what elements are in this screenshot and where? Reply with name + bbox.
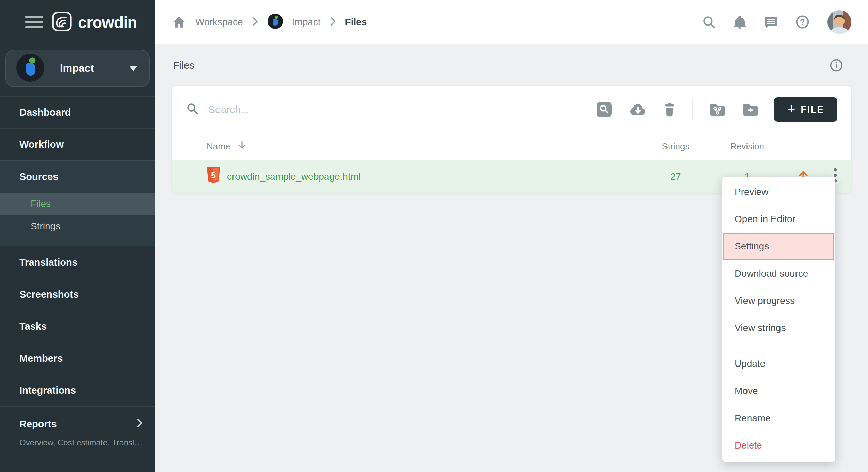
reports-subtitle: Overview, Cost estimate, Transl… bbox=[19, 438, 143, 447]
table-header: Name Strings Revision bbox=[172, 133, 851, 160]
divider bbox=[722, 346, 835, 346]
help-icon[interactable]: ? bbox=[795, 15, 810, 29]
project-selector[interactable]: Impact bbox=[5, 50, 150, 87]
menu-item-label: Delete bbox=[735, 440, 762, 451]
plus-icon: + bbox=[787, 102, 795, 116]
sidebar-item-sources[interactable]: Sources bbox=[0, 161, 155, 193]
search-box bbox=[186, 102, 596, 117]
sidebar-header: crowdin bbox=[0, 0, 155, 44]
crowdin-logo-icon bbox=[52, 11, 72, 33]
avatar[interactable] bbox=[826, 9, 852, 35]
column-header-strings: Strings bbox=[662, 141, 690, 152]
hamburger-menu-icon[interactable] bbox=[25, 16, 43, 28]
file-name-link[interactable]: crowdin_sample_webpage.html bbox=[227, 171, 360, 182]
cloud-download-icon[interactable] bbox=[628, 102, 647, 117]
sidebar-item-reports[interactable]: Reports Overview, Cost estimate, Transl… bbox=[0, 406, 155, 447]
sidebar-item-dashboard[interactable]: Dashboard bbox=[0, 96, 155, 128]
breadcrumb-project[interactable]: Impact bbox=[292, 17, 321, 28]
toolbar-icon-group bbox=[596, 99, 759, 120]
page-title: Files bbox=[173, 60, 194, 71]
project-icon bbox=[16, 54, 44, 83]
menu-item-delete[interactable]: Delete bbox=[722, 432, 835, 459]
sidebar-item-label: Members bbox=[19, 353, 63, 364]
menu-item-label: Update bbox=[735, 358, 765, 369]
menu-item-label: Settings bbox=[735, 241, 769, 252]
column-header-revision: Revision bbox=[730, 141, 764, 152]
menu-item-label: Download source bbox=[735, 268, 808, 279]
crowdin-logo[interactable]: crowdin bbox=[52, 11, 137, 33]
svg-text:5: 5 bbox=[211, 170, 216, 180]
chevron-right-icon bbox=[330, 17, 336, 28]
column-header-name[interactable]: Name bbox=[207, 140, 246, 153]
sidebar-item-label: Sources bbox=[19, 171, 58, 182]
menu-item-label: View strings bbox=[735, 323, 786, 333]
breadcrumb-workspace[interactable]: Workspace bbox=[195, 17, 243, 28]
info-icon[interactable] bbox=[829, 58, 843, 72]
menu-item-label: Preview bbox=[735, 186, 769, 197]
branch-folder-icon[interactable] bbox=[709, 102, 726, 117]
menu-item-label: View progress bbox=[735, 295, 795, 306]
strings-count: 27 bbox=[670, 171, 681, 182]
sidebar-item-label: Translations bbox=[19, 257, 78, 268]
menu-item-download-source[interactable]: Download source bbox=[722, 260, 835, 287]
sidebar-item-label: Files bbox=[31, 198, 51, 209]
sidebar-item-workflow[interactable]: Workflow bbox=[0, 128, 155, 160]
search-input[interactable] bbox=[208, 104, 413, 115]
breadcrumb-project-icon bbox=[268, 14, 283, 30]
file-context-menu: Preview Open in Editor Settings Download… bbox=[722, 177, 835, 462]
chevron-down-icon bbox=[129, 66, 138, 71]
search-icon bbox=[186, 102, 199, 117]
home-icon[interactable] bbox=[172, 15, 186, 29]
crowdin-logo-text: crowdin bbox=[78, 13, 137, 32]
divider bbox=[692, 99, 693, 120]
sources-section: Sources Files Strings bbox=[0, 160, 155, 246]
page-header: Files bbox=[155, 45, 868, 86]
sidebar-item-integrations[interactable]: Integrations bbox=[0, 374, 155, 406]
menu-item-view-strings[interactable]: View strings bbox=[722, 314, 835, 342]
sidebar-item-screenshots[interactable]: Screenshots bbox=[0, 278, 155, 310]
search-icon[interactable] bbox=[702, 15, 716, 29]
notifications-bell-icon[interactable] bbox=[733, 15, 747, 29]
sidebar: crowdin Impact Dashboard Workflow Source… bbox=[0, 0, 155, 472]
messages-chat-icon[interactable] bbox=[763, 15, 778, 29]
files-toolbar: + FILE bbox=[172, 86, 851, 133]
topbar: Workspace Impact Files bbox=[155, 0, 868, 44]
find-in-files-icon[interactable] bbox=[596, 101, 612, 118]
add-file-button-label: FILE bbox=[801, 104, 824, 115]
breadcrumb-current[interactable]: Files bbox=[345, 17, 367, 28]
sidebar-item-translations[interactable]: Translations bbox=[0, 246, 155, 278]
add-file-button[interactable]: + FILE bbox=[774, 97, 837, 122]
menu-item-view-progress[interactable]: View progress bbox=[722, 287, 835, 314]
menu-item-update[interactable]: Update bbox=[722, 350, 835, 377]
sidebar-item-files[interactable]: Files bbox=[0, 193, 155, 215]
project-name: Impact bbox=[60, 62, 94, 75]
sidebar-item-tasks[interactable]: Tasks bbox=[0, 310, 155, 342]
divider bbox=[0, 455, 155, 455]
sidebar-nav: Dashboard Workflow Sources Files Strings… bbox=[0, 96, 155, 455]
sidebar-item-label: Dashboard bbox=[19, 107, 71, 118]
menu-item-preview[interactable]: Preview bbox=[722, 178, 835, 206]
menu-item-open-in-editor[interactable]: Open in Editor bbox=[722, 206, 835, 233]
sidebar-item-members[interactable]: Members bbox=[0, 342, 155, 374]
topbar-actions: ? bbox=[702, 9, 852, 35]
svg-text:?: ? bbox=[800, 18, 805, 27]
menu-item-rename[interactable]: Rename bbox=[722, 405, 835, 432]
app-root: crowdin Impact Dashboard Workflow Source… bbox=[0, 0, 868, 472]
trash-icon[interactable] bbox=[663, 102, 676, 117]
menu-item-label: Move bbox=[735, 386, 758, 396]
sidebar-item-label: Integrations bbox=[19, 385, 76, 396]
sidebar-item-label: Tasks bbox=[19, 321, 47, 332]
sidebar-item-label: Workflow bbox=[19, 139, 64, 150]
sidebar-item-label: Reports bbox=[19, 419, 57, 430]
html5-file-icon: 5 bbox=[206, 166, 221, 186]
menu-item-settings[interactable]: Settings bbox=[723, 233, 834, 260]
sort-descending-icon bbox=[238, 140, 246, 153]
sidebar-item-label: Screenshots bbox=[19, 289, 79, 300]
sidebar-item-strings[interactable]: Strings bbox=[0, 215, 155, 238]
chevron-right-icon bbox=[252, 17, 258, 28]
menu-item-move[interactable]: Move bbox=[722, 377, 835, 405]
breadcrumb: Workspace Impact Files bbox=[172, 14, 367, 30]
column-label: Name bbox=[207, 141, 230, 152]
chevron-right-icon bbox=[136, 418, 143, 430]
add-folder-icon[interactable] bbox=[742, 102, 759, 117]
